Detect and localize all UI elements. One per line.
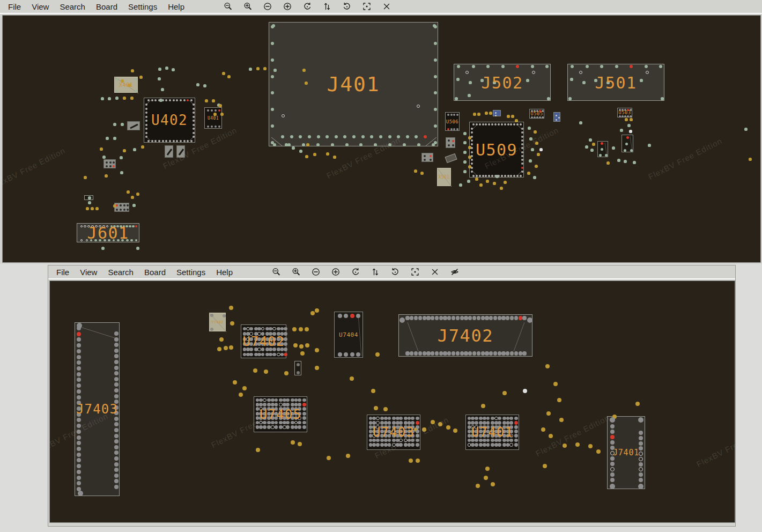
component-j501[interactable]: J501	[567, 64, 664, 101]
menu-file[interactable]: File	[55, 267, 71, 278]
rotate-cw-icon[interactable]	[391, 268, 400, 276]
component-q401[interactable]	[127, 121, 140, 130]
pad-dot	[627, 115, 629, 117]
component-u506[interactable]: U506	[445, 112, 460, 131]
pad-dot	[299, 135, 302, 138]
pad-dot	[114, 371, 119, 375]
component-x401[interactable]: X401	[114, 77, 138, 93]
pad-dot	[493, 316, 497, 320]
pad-dot	[486, 417, 490, 420]
close-icon[interactable]	[382, 2, 391, 11]
window-bottom-board-view[interactable]: J7403Y7402U7402U7404J7402U7405U7403U7401…	[49, 280, 735, 523]
close-icon[interactable]	[431, 268, 439, 276]
component-j7401[interactable]: J7401	[607, 416, 645, 489]
component-q501[interactable]	[597, 141, 608, 157]
menu-board[interactable]: Board	[143, 267, 167, 278]
component-u401[interactable]: U401	[204, 107, 222, 129]
flip-vertical-icon[interactable]	[323, 2, 331, 11]
pad-dot	[485, 351, 489, 355]
menu-settings[interactable]: Settings	[127, 1, 159, 12]
circle-plus-icon[interactable]	[283, 2, 292, 11]
test-point-dot	[375, 352, 380, 357]
component-r7401[interactable]	[294, 361, 301, 375]
component-fb601[interactable]	[114, 203, 129, 212]
pad-dot	[291, 398, 294, 402]
component-j401[interactable]: J401	[269, 22, 438, 146]
rotate-ccw-icon[interactable]	[303, 2, 312, 11]
pad-dot	[645, 65, 648, 68]
zoom-out-icon[interactable]	[224, 2, 232, 11]
test-point-dot	[477, 113, 480, 115]
component-u7402[interactable]: U7402	[241, 324, 286, 358]
menu-help[interactable]: Help	[166, 1, 186, 12]
component-q402[interactable]	[165, 145, 173, 158]
zoom-in-icon[interactable]	[243, 2, 252, 11]
menu-board[interactable]: Board	[94, 1, 119, 12]
component-j502[interactable]: J502	[454, 64, 551, 101]
circle-plus-icon[interactable]	[331, 268, 340, 276]
center-focus-icon[interactable]	[411, 268, 419, 276]
zoom-in-icon[interactable]	[292, 268, 300, 276]
menu-search[interactable]: Search	[58, 1, 87, 12]
menu-settings[interactable]: Settings	[175, 267, 207, 278]
circle-minus-icon[interactable]	[263, 2, 272, 11]
component-j7403[interactable]: J7403	[75, 322, 120, 496]
pad-dot	[610, 417, 615, 423]
rotate-ccw-icon[interactable]	[351, 268, 360, 276]
component-u7404[interactable]: U7404	[334, 312, 363, 358]
pad-dot	[416, 425, 419, 429]
component-u503[interactable]: U503	[617, 108, 632, 117]
pad-dot	[275, 403, 278, 407]
test-point-dot	[136, 193, 139, 195]
zoom-out-icon[interactable]	[272, 268, 280, 276]
test-point-dot	[535, 142, 538, 144]
component-c511[interactable]	[553, 112, 560, 122]
pad-dot	[450, 128, 453, 130]
component-c510[interactable]	[493, 110, 501, 116]
component-fb401[interactable]	[103, 159, 116, 168]
menu-file[interactable]: File	[6, 1, 23, 12]
pad-dot	[207, 109, 209, 112]
pad-dot	[426, 316, 430, 320]
component-j7402[interactable]: J7402	[398, 314, 532, 357]
pad-dot	[77, 383, 81, 388]
menu-search[interactable]: Search	[106, 267, 135, 278]
component-u509[interactable]: U509	[469, 122, 524, 178]
flexbv-watermark: FlexBV Free Edition	[647, 136, 723, 181]
rotate-cw-icon[interactable]	[343, 2, 351, 11]
pad-dot	[460, 316, 464, 320]
component-q403[interactable]	[176, 145, 185, 158]
pad-dot	[151, 140, 153, 142]
component-u507[interactable]	[421, 153, 433, 162]
component-u508[interactable]	[446, 137, 455, 148]
pad-dot	[519, 351, 522, 355]
component-j601[interactable]: J601	[77, 223, 139, 242]
test-point-dot	[463, 151, 466, 153]
center-focus-icon[interactable]	[362, 2, 371, 11]
component-u7405[interactable]: U7405	[254, 396, 307, 432]
circle-minus-icon[interactable]	[312, 268, 320, 276]
window-top-board-view[interactable]: X401U402U401J401J502J501U509J601U506X501…	[2, 15, 761, 263]
pad-dot	[417, 105, 420, 108]
pad-dot	[610, 435, 615, 439]
component-r501[interactable]	[445, 153, 457, 163]
component-u402[interactable]: U402	[144, 98, 195, 143]
menu-help[interactable]: Help	[214, 267, 234, 278]
component-x501[interactable]: X501	[437, 168, 451, 186]
pad-dot	[456, 316, 460, 320]
flip-vertical-icon[interactable]	[371, 268, 380, 276]
component-q502[interactable]	[622, 135, 633, 152]
component-u7403[interactable]: U7403	[367, 415, 420, 450]
pad-dot	[77, 372, 81, 376]
component-u505[interactable]: U505	[529, 109, 544, 119]
test-point-dot	[541, 427, 546, 432]
component-y7402[interactable]: Y7402	[209, 313, 226, 331]
test-point-dot	[453, 428, 458, 433]
hide-eye-icon[interactable]	[450, 268, 459, 276]
test-point-dot	[467, 180, 470, 182]
pad-dot	[472, 123, 475, 125]
pad-dot	[187, 140, 189, 142]
menu-view[interactable]: View	[30, 1, 50, 12]
component-u7401[interactable]: U7401	[465, 415, 519, 450]
menu-view[interactable]: View	[78, 267, 99, 278]
